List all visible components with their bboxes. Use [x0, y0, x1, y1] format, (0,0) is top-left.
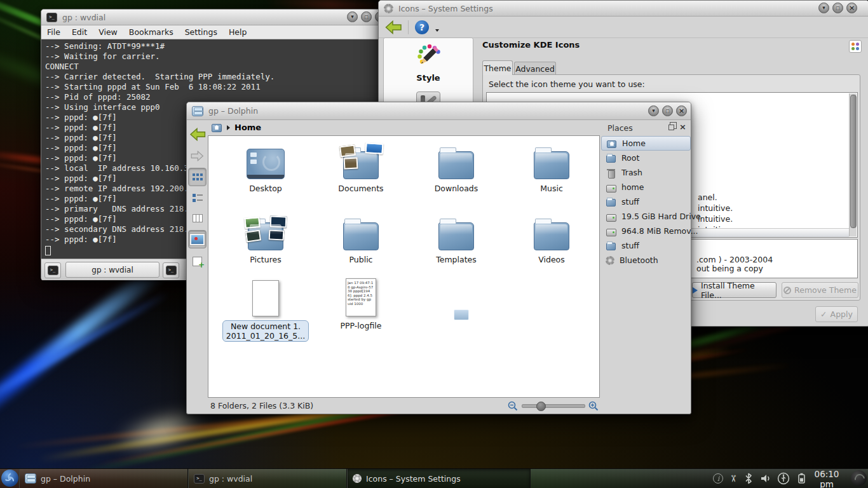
minimize-button[interactable]	[347, 11, 358, 22]
zoom-out-button[interactable]	[508, 401, 518, 411]
breadcrumb-home[interactable]: Home	[234, 123, 261, 132]
home-folder-icon[interactable]	[211, 123, 222, 132]
details-view-button[interactable]	[188, 189, 207, 207]
settings-titlebar[interactable]: Icons – System Settings	[379, 1, 868, 17]
usb-device-icon[interactable]	[777, 472, 790, 485]
folder-item-documents[interactable]: Documents	[313, 141, 409, 193]
install-theme-button[interactable]: Install Theme File...	[692, 282, 776, 298]
folder-item-downloads[interactable]: Downloads	[409, 141, 504, 193]
folder-item-desktop[interactable]: Desktop	[218, 141, 313, 193]
menu-help[interactable]: Help	[223, 27, 253, 37]
desktop: gp : wvdial File Edit View Bookmarks Set…	[0, 0, 868, 488]
klipper-scissors-icon[interactable]	[728, 475, 738, 483]
tab-theme[interactable]: Theme	[482, 60, 513, 75]
zoom-out-icon	[508, 401, 518, 411]
maximize-button[interactable]	[662, 105, 673, 116]
zoom-slider[interactable]	[522, 404, 585, 408]
task-dolphin[interactable]: gp – Dolphin	[19, 469, 188, 488]
folder-item-music[interactable]: Music	[504, 141, 599, 193]
back-button[interactable]	[188, 125, 207, 144]
style-icon	[415, 43, 442, 70]
places-item-bluetooth[interactable]: Bluetooth	[601, 253, 691, 268]
minimize-button[interactable]	[648, 105, 659, 116]
apply-button[interactable]: Apply	[815, 306, 858, 322]
documents-folder-icon	[343, 151, 379, 179]
notifications-icon[interactable]	[713, 473, 723, 484]
places-item-stuff2[interactable]: stuff	[601, 238, 691, 253]
folder-item-videos[interactable]: Videos	[504, 212, 599, 264]
icons-view-button[interactable]	[188, 168, 207, 186]
home-folder-icon	[606, 139, 617, 148]
dolphin-titlebar[interactable]: gp – Dolphin	[187, 102, 691, 120]
desktop-folder-icon	[247, 149, 285, 179]
kde-launcher-icon	[1, 470, 18, 487]
scrollbar-thumb[interactable]	[850, 95, 857, 228]
columns-view-button[interactable]	[188, 209, 207, 227]
plasma-toolbox-icon[interactable]	[851, 470, 867, 486]
close-button[interactable]	[846, 3, 857, 13]
tab-advanced[interactable]: Advanced	[514, 62, 556, 75]
help-icon[interactable]	[415, 20, 429, 34]
folder-item-public[interactable]: Public	[313, 212, 409, 264]
konsole-icon	[46, 13, 57, 22]
remove-theme-button[interactable]: Remove Theme	[782, 282, 858, 298]
terminal-line: --> Starting pppd at Sun Feb 6 18:08:22 …	[45, 82, 386, 92]
back-button[interactable]	[385, 20, 402, 34]
menu-view[interactable]: View	[93, 27, 123, 37]
menu-edit[interactable]: Edit	[66, 27, 93, 37]
menu-bookmarks[interactable]: Bookmarks	[123, 27, 179, 37]
task-wvdial[interactable]: gp : wvdial	[188, 469, 347, 488]
zoom-slider-handle[interactable]	[536, 402, 546, 411]
places-item-home-partition[interactable]: home	[601, 180, 691, 194]
places-item-stuff[interactable]: stuff	[601, 194, 691, 209]
maximize-button[interactable]	[361, 11, 372, 22]
clock[interactable]: 06:10 pm Sun, 6 Feb	[807, 470, 846, 488]
system-tray	[713, 469, 807, 488]
folder-item-templates[interactable]: Templates	[409, 212, 504, 264]
battery-icon[interactable]	[796, 472, 807, 485]
terminal-tab[interactable]: gp : wvdial	[65, 262, 159, 278]
places-item-home[interactable]: Home	[601, 136, 691, 151]
folder-icon	[606, 241, 616, 250]
konsole-icon	[194, 474, 205, 484]
terminal-title: gp : wvdial	[62, 13, 105, 22]
dolphin-file-view[interactable]: Desktop Documents Downloads Music	[208, 135, 600, 398]
places-item-hard-drive[interactable]: 19.5 GiB Hard Drive	[601, 209, 691, 224]
bluetooth-icon[interactable]	[743, 473, 754, 484]
maximize-button[interactable]	[832, 3, 843, 13]
preview-button[interactable]	[188, 230, 207, 248]
dolphin-toolbar	[187, 119, 208, 414]
minimize-button[interactable]	[818, 3, 829, 13]
folder-item-pictures[interactable]: Pictures	[218, 212, 313, 264]
places-item-removable[interactable]: 964.8 MiB Remov...	[601, 224, 691, 238]
terminal-titlebar[interactable]: gp : wvdial	[41, 10, 390, 25]
volume-icon[interactable]	[760, 473, 771, 484]
zoom-in-button[interactable]	[588, 401, 599, 411]
terminal-cursor	[45, 246, 51, 255]
float-panel-icon[interactable]	[668, 125, 674, 130]
detach-tab-button[interactable]	[163, 262, 179, 278]
sidebar-item-style[interactable]: Style	[384, 38, 473, 83]
app-launcher-button[interactable]	[1, 470, 18, 487]
menu-settings[interactable]: Settings	[179, 27, 223, 37]
forward-button[interactable]	[188, 147, 207, 165]
konsole-icon	[48, 266, 58, 275]
menu-file[interactable]: File	[41, 27, 66, 37]
folder-icon	[438, 151, 474, 179]
columns-view-icon	[193, 214, 203, 222]
konsole-icon	[166, 266, 177, 275]
chevron-down-icon[interactable]	[435, 29, 439, 32]
file-item-new-document[interactable]: New document 1.2011_01_20_16_5...	[218, 277, 313, 342]
places-item-root[interactable]: Root	[601, 151, 691, 165]
scrollbar[interactable]	[849, 93, 857, 236]
select-theme-label: Select the icon theme you want to use:	[489, 79, 645, 89]
close-button[interactable]	[676, 105, 687, 116]
file-item-ppp-logfile[interactable]: Jan 17 09:47:18 gp-Aspire-5738 pppd[1946…	[313, 277, 409, 330]
places-item-trash[interactable]: Trash	[601, 165, 691, 180]
new-tab-button[interactable]	[44, 262, 61, 278]
task-system-settings[interactable]: Icons – System Settings	[347, 469, 531, 488]
split-view-button[interactable]	[188, 252, 207, 271]
close-panel-icon[interactable]	[679, 122, 686, 132]
terminal-line: CONNECT	[45, 62, 386, 72]
terminal-line: --> Sending: ATDT*99***1#	[45, 41, 386, 51]
